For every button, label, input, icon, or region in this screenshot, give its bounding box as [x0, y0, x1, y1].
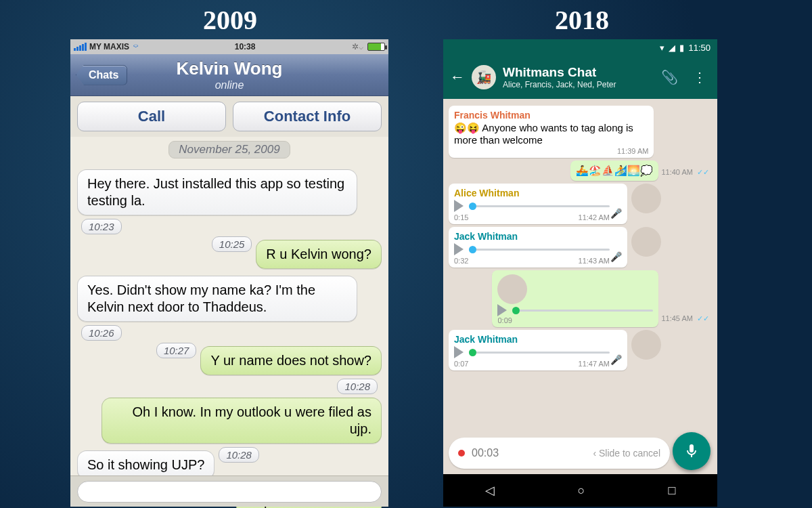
record-indicator-icon — [458, 450, 465, 457]
menu-icon[interactable]: ⋮ — [689, 69, 710, 85]
sender-avatar[interactable] — [497, 274, 527, 304]
sender-name: Jack Whitman — [454, 334, 610, 345]
incoming-bubble[interactable]: Hey there. Just installed this app so te… — [77, 169, 357, 215]
message-row: 0:0911:45 AM ✓✓ — [449, 270, 712, 327]
message-row: 🚣🏖️⛵🏄🌅💭11:40 AM ✓✓ — [449, 161, 712, 181]
voice-seek[interactable] — [469, 352, 610, 354]
recording-elapsed: 00:03 — [472, 447, 499, 459]
status-clock: 10:38 — [138, 42, 352, 51]
nav-back-icon[interactable]: ◁ — [485, 483, 495, 498]
incoming-bubble[interactable]: Jack Whitman0:3211:43 AM🎤 — [449, 227, 627, 268]
sender-name: Alice Whitman — [454, 188, 610, 198]
message-time: 10:28 — [337, 379, 378, 394]
message-time: 10:26 — [81, 325, 122, 341]
message-time: 11:42 AM — [579, 213, 610, 221]
signal-icon: ◢ — [669, 43, 675, 53]
incoming-bubble[interactable]: Alice Whitman0:1511:42 AM🎤 — [449, 184, 627, 224]
chat-scroll-2009[interactable]: Hey there. Just installed this app so te… — [70, 163, 388, 508]
voice-duration: 0:32 — [454, 257, 468, 265]
sender-avatar[interactable] — [631, 330, 661, 360]
mic-badge-icon: 🎤 — [610, 208, 622, 219]
message-time: 11:47 AM — [579, 360, 610, 368]
chat-header: ← 🚂 Whitmans Chat Alice, Francis, Jack, … — [443, 56, 717, 99]
compose-bar — [70, 475, 388, 507]
loading-icon: ✲ — [352, 42, 359, 51]
voice-message[interactable] — [454, 243, 610, 255]
message-time: 10:25 — [212, 236, 252, 252]
voice-seek[interactable] — [469, 205, 610, 207]
chat-title: Whitmans Chat — [503, 65, 650, 80]
chat-title-block[interactable]: Whitmans Chat Alice, Francis, Jack, Ned,… — [503, 65, 650, 89]
outgoing-bubble[interactable]: Oh I know. In my outlook u were filed as… — [102, 398, 382, 444]
carrier-label: MY MAXIS — [89, 42, 129, 51]
voice-duration: 0:15 — [454, 213, 468, 221]
mic-icon — [683, 443, 700, 459]
sender-avatar[interactable] — [631, 227, 661, 257]
battery-icon — [367, 43, 385, 51]
voice-message[interactable] — [497, 304, 653, 316]
message-text: 🚣🏖️⛵🏄🌅💭 — [576, 165, 653, 177]
chat-nav-bar: Chats Kelvin Wong online — [70, 54, 388, 96]
voice-duration: 0:09 — [497, 316, 653, 324]
action-toolbar: Call Contact Info — [70, 96, 388, 137]
chat-subtitle: online — [70, 79, 388, 91]
outgoing-bubble[interactable]: 0:09 — [492, 270, 658, 327]
message-row: Alice Whitman0:1511:42 AM🎤 — [449, 184, 712, 224]
message-time: 11:39 AM — [454, 147, 648, 155]
nav-home-icon[interactable]: ○ — [578, 484, 585, 498]
play-icon[interactable] — [454, 346, 464, 358]
group-avatar[interactable]: 🚂 — [472, 65, 496, 89]
contact-info-button[interactable]: Contact Info — [233, 102, 382, 131]
message-row: 10:28Oh I know. In my outlook u were fil… — [77, 379, 382, 394]
chat-scroll-2018[interactable]: Francis Whitman😜😝 Anyone who wants to ta… — [443, 99, 717, 474]
outgoing-bubble[interactable]: Y ur name does not show? — [200, 346, 382, 375]
message-row: Yes. Didn't show my name ka? I'm the Kel… — [77, 272, 382, 341]
android-status-bar: ▾ ◢ ▮ 11:50 — [443, 39, 717, 56]
call-button[interactable]: Call — [77, 102, 226, 131]
play-icon[interactable] — [454, 200, 464, 212]
nav-recent-icon[interactable]: □ — [669, 484, 676, 498]
mic-fab[interactable] — [673, 432, 710, 470]
wifi-icon: ⌔ — [133, 42, 138, 51]
date-separator: November 25, 2009 — [168, 141, 290, 158]
message-time: 11:40 AM ✓✓ — [661, 168, 709, 177]
play-icon[interactable] — [454, 243, 464, 255]
android-nav-bar: ◁ ○ □ — [443, 474, 717, 507]
ios-status-bar: MY MAXIS ⌔ 10:38 ✲ ⌵ — [70, 39, 388, 54]
message-input[interactable] — [77, 481, 382, 503]
recording-bar[interactable]: 00:03 ‹ Slide to cancel — [449, 438, 670, 469]
voice-seek[interactable] — [512, 310, 653, 312]
mic-badge-icon: 🎤 — [610, 251, 622, 262]
attach-icon[interactable]: 📎 — [657, 69, 682, 85]
incoming-bubble[interactable]: Francis Whitman😜😝 Anyone who wants to ta… — [449, 106, 654, 158]
chat-title[interactable]: Kelvin Wong — [70, 58, 388, 79]
back-arrow-icon[interactable]: ← — [450, 68, 465, 86]
outgoing-bubble[interactable]: 🚣🏖️⛵🏄🌅💭 — [570, 161, 658, 181]
message-row: So it showing UJP?10:28 — [77, 447, 382, 463]
message-time: 10:23 — [81, 219, 122, 234]
year-label-2018: 2018 — [555, 4, 609, 36]
play-icon[interactable] — [497, 304, 507, 316]
wifi-icon: ▾ — [660, 43, 664, 53]
sender-avatar[interactable] — [631, 184, 661, 213]
sender-name: Jack Whitman — [454, 231, 610, 242]
voice-duration: 0:07 — [454, 360, 468, 368]
message-time: 10:27 — [156, 343, 197, 358]
message-row: Jack Whitman0:0711:47 AM🎤 — [449, 330, 712, 371]
message-row: 10:27Y ur name does not show? — [77, 343, 382, 358]
voice-message[interactable] — [454, 346, 610, 358]
chevron-left-icon: ‹ — [593, 448, 599, 459]
incoming-bubble[interactable]: Jack Whitman0:0711:47 AM🎤 — [449, 330, 627, 371]
phone-2018: ▾ ◢ ▮ 11:50 ← 🚂 Whitmans Chat Alice, Fra… — [443, 39, 717, 507]
message-text: 😜😝 Anyone who wants to tag along is more… — [454, 122, 648, 146]
bluetooth-icon: ⌵ — [359, 42, 363, 51]
voice-seek[interactable] — [469, 249, 610, 251]
message-row: Jack Whitman0:3211:43 AM🎤 — [449, 227, 712, 268]
incoming-bubble[interactable]: Yes. Didn't show my name ka? I'm the Kel… — [77, 276, 357, 322]
slide-to-cancel[interactable]: ‹ Slide to cancel — [593, 448, 660, 459]
outgoing-bubble[interactable]: R u Kelvin wong? — [256, 240, 382, 269]
voice-message[interactable] — [454, 200, 610, 212]
year-label-2009: 2009 — [203, 4, 257, 36]
sender-name: Francis Whitman — [454, 110, 648, 121]
message-row: 10:25R u Kelvin wong? — [77, 236, 382, 252]
